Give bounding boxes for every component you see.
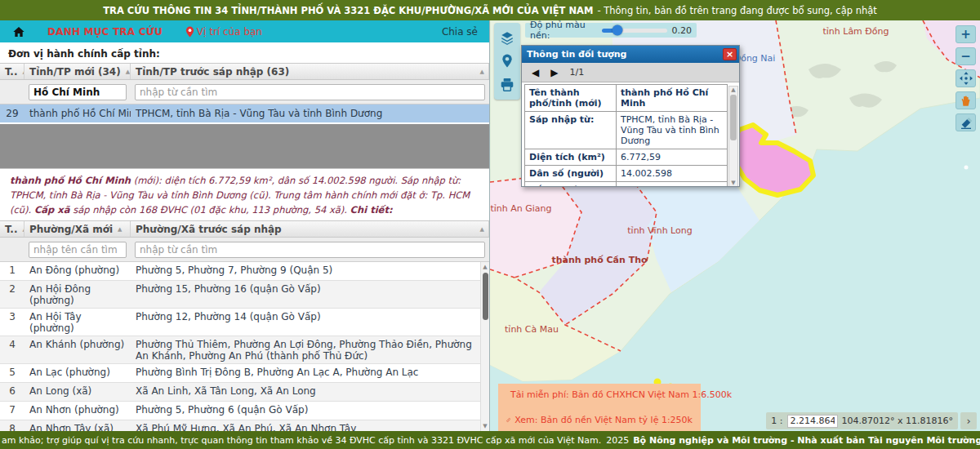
lookup-panel: Đơn vị hành chính cấp tỉnh: T..▲▼ Tỉnh/T… xyxy=(0,42,489,431)
zoom-in-icon[interactable]: + xyxy=(956,25,976,43)
province-new-filter-input[interactable] xyxy=(29,84,127,100)
map-area: tỉnh Lâm ĐồngĐồng Naitỉnh An Giangtỉnh V… xyxy=(490,20,980,431)
popup-row-value: 6.772,59 xyxy=(617,149,727,166)
province-row-index: 29 xyxy=(0,108,24,119)
page-title: TRA CỨU THÔNG TIN 34 TỈNH/THÀNH PHỐ VÀ 3… xyxy=(103,5,593,16)
ward-filter-row xyxy=(0,238,489,262)
popup-row-value: TPHCM, tỉnh Bà Rịa - Vũng Tàu và tỉnh Bì… xyxy=(617,112,727,149)
cursor-coordinates: 104.87012° x 11.81816° xyxy=(842,416,953,426)
sort-asc-icon: ▲ xyxy=(480,69,484,75)
map-notice-box: Tải miễn phí: Bản đồ CHXHCN Việt Nam 1:6… xyxy=(498,384,701,431)
map-scale-bar: 1 : 104.87012° x 11.81816° xyxy=(766,412,958,429)
scroll-up-icon[interactable]: ▲ xyxy=(483,264,487,270)
province-row-new: thành phố Hồ Chí Minh xyxy=(24,108,131,119)
scrollbar-thumb[interactable] xyxy=(483,273,488,320)
download-map-link[interactable]: Tải miễn phí: Bản đồ CHXHCN Việt Nam 1:6… xyxy=(506,389,693,400)
province-filter-row xyxy=(0,80,489,104)
popup-attribute-table: Tên thành phố/tỉnh (mới)thành phố Hồ Chí… xyxy=(524,84,728,187)
page-title-bar: TRA CỨU THÔNG TIN 34 TỈNH/THÀNH PHỐ VÀ 3… xyxy=(0,0,980,20)
table-row[interactable]: 4An Khánh (phường)Phường Thủ Thiêm, Phườ… xyxy=(0,336,489,364)
scrollbar-thumb[interactable] xyxy=(730,95,737,140)
share-button[interactable]: Chia sẻ xyxy=(442,26,478,38)
nav-item-danh-muc-tra-cuu[interactable]: DANH MỤC TRA CỨU xyxy=(47,26,163,38)
print-icon[interactable] xyxy=(498,76,516,94)
map-tool-strip xyxy=(494,23,520,100)
ward-col-index[interactable]: T..▲▼ xyxy=(0,221,24,237)
opacity-slider[interactable] xyxy=(602,29,666,33)
ward-col-new[interactable]: Phường/Xã mới▲ xyxy=(24,221,131,237)
province-row-selected[interactable]: 29 thành phố Hồ Chí Minh TPHCM, tỉnh Bà … xyxy=(0,104,489,124)
ward-col-old[interactable]: Phường/Xã trước sáp nhập xyxy=(131,221,489,237)
empty-table-area xyxy=(0,124,489,169)
province-row-old: TPHCM, tỉnh Bà Rịa - Vũng Tàu và tỉnh Bì… xyxy=(131,108,489,119)
scale-input[interactable] xyxy=(787,415,838,428)
popup-page-indicator: 1/1 xyxy=(569,67,584,78)
hand-drag-icon[interactable] xyxy=(956,91,976,109)
ward-table-scrollbar[interactable]: ▲ ▼ xyxy=(480,262,489,431)
province-col-index[interactable]: T..▲▼ xyxy=(0,64,24,79)
ward-table-header: T..▲▼ Phường/Xã mới▲ Phường/Xã trước sáp… xyxy=(0,220,489,238)
popup-row-value: thành phố Hồ Chí Minh xyxy=(617,85,727,112)
table-row[interactable]: 5An Lạc (phường)Phường Bình Trị Đông B, … xyxy=(0,364,489,383)
popup-row-label: Dân số (người) xyxy=(525,166,617,182)
opacity-slider-bar: Độ phủ màu nền: 0.20 xyxy=(525,23,697,38)
page-subtitle: - Thông tin, bản đồ trên trang đang được… xyxy=(597,5,876,16)
map-zoom-controls: + − xyxy=(956,25,976,131)
scale-prefix: 1 : xyxy=(771,416,782,426)
status-year: 2025 xyxy=(606,435,629,446)
popup-body: Tên thành phố/tỉnh (mới)thành phố Hồ Chí… xyxy=(522,84,739,187)
province-col-new[interactable]: Tỉnh/TP mới (34)▲ xyxy=(24,64,131,79)
province-section-heading: Đơn vị hành chính cấp tỉnh: xyxy=(0,42,489,63)
popup-row-label: Tên thành phố/tỉnh (mới) xyxy=(525,85,617,112)
province-old-filter-input[interactable] xyxy=(135,84,485,100)
table-row[interactable]: 7An Nhơn (phường)Phường 5, Phường 6 (quậ… xyxy=(0,402,489,420)
sort-asc-icon: ▲ xyxy=(118,226,122,233)
table-row[interactable]: 6An Long (xã)Xã An Linh, Xã Tân Long, Xã… xyxy=(0,383,489,402)
scroll-down-icon[interactable]: ▼ xyxy=(731,180,735,186)
status-bar: am khảo; trợ giúp quí vị tra cứu nhanh, … xyxy=(0,431,980,449)
popup-row-value: 14.002.598 xyxy=(617,166,727,182)
ward-new-filter-input[interactable] xyxy=(29,242,127,258)
popup-row-label: Sáp nhập từ: xyxy=(525,112,617,149)
link-icon xyxy=(506,415,510,425)
feature-info-popup: Thông tin đối tượng × ◀ ▶ 1/1 Tên thành … xyxy=(521,45,740,187)
locate-pin-icon[interactable] xyxy=(498,52,516,70)
scale-next-button[interactable]: › xyxy=(960,412,977,429)
pan-move-icon[interactable] xyxy=(956,69,976,87)
close-icon[interactable]: × xyxy=(723,48,737,60)
app-window: TRA CỨU THÔNG TIN 34 TỈNH/THÀNH PHỐ VÀ 3… xyxy=(0,0,980,449)
table-row[interactable]: 3An Hội Tây (phường)Phường 12, Phường 14… xyxy=(0,309,489,336)
home-icon[interactable] xyxy=(11,25,26,38)
popup-pager: ◀ ▶ 1/1 xyxy=(522,63,739,82)
status-organization: Bộ Nông nghiệp và Môi trường - Nhà xuất … xyxy=(633,435,980,446)
view-basemap-link[interactable]: Xem: Bản đồ nền Việt Nam tỷ lệ 1:250k xyxy=(506,415,693,425)
popup-scrollbar[interactable]: ▲ ▼ xyxy=(728,86,738,187)
scroll-up-icon[interactable]: ▲ xyxy=(731,87,735,93)
ward-table-body: 1An Đông (phường)Phường 5, Phường 7, Phư… xyxy=(0,262,489,431)
ward-old-filter-input[interactable] xyxy=(135,242,485,258)
layers-icon[interactable] xyxy=(498,29,516,47)
table-row[interactable]: 1An Đông (phường)Phường 5, Phường 7, Phư… xyxy=(0,262,489,281)
province-description: thành phố Hồ Chí Minh (mới): diện tích 6… xyxy=(0,169,489,220)
scroll-down-icon[interactable]: ▼ xyxy=(483,423,487,429)
popup-title: Thông tin đối tượng xyxy=(527,49,627,60)
eraser-icon[interactable] xyxy=(956,113,976,131)
status-text-left: am khảo; trợ giúp quí vị tra cứu nhanh, … xyxy=(2,435,601,446)
sort-asc-icon: ▲ xyxy=(126,69,130,75)
slider-knob[interactable] xyxy=(612,25,623,36)
left-panel: DANH MỤC TRA CỨU Vị trí của bạn Chia sẻ … xyxy=(0,20,490,431)
popup-title-bar[interactable]: Thông tin đối tượng × xyxy=(522,46,739,63)
zoom-out-icon[interactable]: − xyxy=(956,47,976,65)
nav-item-your-location[interactable]: Vị trí của bạn xyxy=(185,26,262,38)
opacity-value: 0.20 xyxy=(672,25,693,36)
location-pin-icon xyxy=(185,26,194,38)
prev-page-icon[interactable]: ◀ xyxy=(532,67,539,78)
next-page-icon[interactable]: ▶ xyxy=(550,67,558,78)
province-col-old[interactable]: Tỉnh/TP trước sáp nhập (63) xyxy=(131,64,489,79)
table-row[interactable]: 2An Hội Đông (phường)Phường 15, Phường 1… xyxy=(0,281,489,309)
popup-row-value: 168 ĐVHC (01 đặc khu, 113 phường, 54 xã) xyxy=(617,182,727,187)
popup-row-label: Diện tích (km²) xyxy=(525,149,617,166)
table-row[interactable]: 8An Nhơn Tây (xã)Xã Phú Mỹ Hưng, Xã An P… xyxy=(0,420,489,431)
navbar: DANH MỤC TRA CỨU Vị trí của bạn Chia sẻ xyxy=(0,20,489,42)
popup-row-label: Cấp xã sáp nhập còn: xyxy=(525,182,617,187)
